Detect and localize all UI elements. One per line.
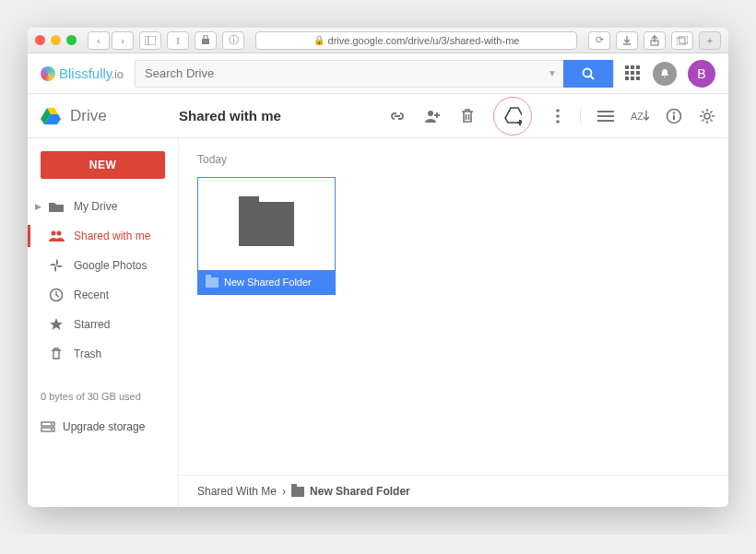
svg-point-25 bbox=[704, 113, 710, 119]
breadcrumb-current[interactable]: New Shared Folder bbox=[310, 485, 410, 498]
sidebar-item-trash[interactable]: Trash bbox=[28, 339, 178, 369]
minimize-window-button[interactable] bbox=[51, 35, 61, 45]
sidebar-item-google-photos[interactable]: Google Photos bbox=[28, 251, 178, 280]
bell-icon bbox=[658, 67, 671, 80]
clock-icon bbox=[48, 287, 65, 303]
sidebar-item-recent[interactable]: Recent bbox=[28, 280, 178, 310]
apps-grid-icon[interactable] bbox=[625, 65, 642, 82]
folder-icon bbox=[239, 202, 294, 246]
svg-point-15 bbox=[556, 109, 560, 112]
svg-point-17 bbox=[556, 120, 560, 124]
account-avatar[interactable]: B bbox=[688, 60, 715, 88]
info-button[interactable]: ⓘ bbox=[222, 31, 244, 50]
search-box[interactable]: ▼ bbox=[135, 60, 614, 88]
sidebar-item-label: Starred bbox=[74, 318, 110, 331]
svg-point-34 bbox=[52, 231, 56, 236]
details-button[interactable] bbox=[666, 108, 682, 124]
svg-rect-6 bbox=[679, 36, 688, 43]
drive-add-icon bbox=[503, 106, 522, 126]
expand-arrow-icon[interactable]: ▶ bbox=[35, 202, 41, 211]
new-button[interactable]: NEW bbox=[41, 151, 165, 179]
drive-logo[interactable]: Drive bbox=[41, 107, 179, 125]
more-vert-icon bbox=[555, 108, 561, 124]
reader-button[interactable]: I bbox=[167, 31, 189, 50]
storage-icon bbox=[41, 421, 55, 432]
section-heading: Today bbox=[197, 153, 710, 166]
folder-item-selected[interactable]: New Shared Folder bbox=[197, 177, 336, 295]
svg-rect-5 bbox=[677, 38, 685, 45]
svg-line-8 bbox=[591, 76, 595, 79]
close-window-button[interactable] bbox=[35, 35, 45, 45]
browser-window: ‹ › I ⓘ 🔒 drive.google.com/drive/u/3/sha… bbox=[28, 28, 728, 507]
back-button[interactable]: ‹ bbox=[88, 31, 110, 50]
add-to-drive-button[interactable] bbox=[503, 107, 522, 125]
photos-icon bbox=[48, 257, 65, 274]
svg-line-32 bbox=[703, 119, 704, 121]
search-button[interactable] bbox=[563, 60, 613, 88]
sidebar-item-label: Shared with me bbox=[74, 230, 150, 242]
breadcrumb-root[interactable]: Shared With Me bbox=[197, 485, 277, 498]
brand-name-1: Blissfully bbox=[59, 65, 112, 81]
address-bar[interactable]: 🔒 drive.google.com/drive/u/3/shared-with… bbox=[255, 31, 577, 50]
sidebar: NEW ▶ My Drive Shared with me Google bbox=[28, 138, 179, 507]
url-text: drive.google.com/drive/u/3/shared-with-m… bbox=[328, 35, 520, 46]
link-icon bbox=[388, 107, 407, 125]
svg-point-23 bbox=[673, 112, 675, 113]
drive-triangle-icon bbox=[41, 107, 61, 125]
app-body: NEW ▶ My Drive Shared with me Google bbox=[28, 138, 728, 507]
zoom-window-button[interactable] bbox=[66, 35, 77, 45]
drive-folder-icon bbox=[48, 198, 65, 215]
brand-name-2: .io bbox=[111, 67, 124, 81]
search-dropdown-caret-icon[interactable]: ▼ bbox=[541, 68, 563, 78]
remove-button[interactable] bbox=[458, 107, 477, 125]
download-button[interactable] bbox=[616, 31, 638, 50]
trash-icon bbox=[48, 346, 65, 362]
upgrade-label: Upgrade storage bbox=[63, 420, 145, 433]
tabs-button[interactable] bbox=[671, 31, 693, 50]
mini-folder-icon bbox=[206, 277, 219, 288]
notifications-button[interactable] bbox=[653, 62, 677, 86]
svg-point-13 bbox=[428, 111, 433, 116]
more-actions-button[interactable] bbox=[549, 107, 567, 125]
sidebar-item-shared-with-me[interactable]: Shared with me bbox=[28, 221, 178, 251]
window-controls bbox=[35, 35, 77, 45]
share-button[interactable] bbox=[644, 31, 666, 50]
sidebar-item-starred[interactable]: Starred bbox=[28, 310, 178, 339]
sidebar-toggle-button[interactable] bbox=[139, 31, 161, 50]
sidebar-item-my-drive[interactable]: ▶ My Drive bbox=[28, 192, 178, 221]
storage-usage: 0 bytes of 30 GB used bbox=[28, 378, 178, 415]
info-icon bbox=[666, 108, 682, 124]
sort-az-icon: AZ bbox=[631, 109, 649, 124]
breadcrumb-folder-icon bbox=[291, 487, 304, 497]
add-people-button[interactable] bbox=[423, 107, 442, 125]
search-input[interactable] bbox=[136, 66, 541, 80]
upgrade-storage-link[interactable]: Upgrade storage bbox=[28, 415, 178, 439]
sidebar-item-label: Google Photos bbox=[74, 259, 147, 272]
header-bar: Blissfully.io ▼ B bbox=[28, 53, 728, 94]
list-icon bbox=[597, 110, 614, 123]
blissfully-logo[interactable]: Blissfully.io bbox=[41, 65, 124, 81]
new-tab-button[interactable]: + bbox=[699, 31, 721, 50]
svg-line-33 bbox=[711, 111, 713, 112]
search-icon bbox=[581, 66, 596, 81]
folder-label-bar: New Shared Folder bbox=[198, 270, 335, 294]
forward-button[interactable]: › bbox=[112, 31, 134, 50]
folder-name: New Shared Folder bbox=[224, 277, 312, 288]
sort-button[interactable]: AZ bbox=[631, 109, 649, 124]
view-controls: AZ bbox=[580, 108, 715, 124]
sidebar-item-label: My Drive bbox=[74, 200, 117, 213]
action-bar: Drive Shared with me bbox=[28, 94, 728, 138]
svg-line-31 bbox=[711, 119, 713, 121]
settings-button[interactable] bbox=[699, 108, 715, 124]
svg-point-35 bbox=[57, 231, 62, 236]
list-view-button[interactable] bbox=[597, 110, 614, 123]
drive-app-name: Drive bbox=[70, 107, 107, 125]
svg-rect-24 bbox=[673, 115, 675, 120]
lock-button[interactable] bbox=[195, 31, 217, 50]
svg-text:AZ: AZ bbox=[631, 111, 644, 122]
get-link-button[interactable] bbox=[388, 107, 407, 125]
reload-button[interactable]: ⟳ bbox=[588, 31, 610, 50]
breadcrumb-sep: › bbox=[282, 485, 286, 498]
selection-actions bbox=[388, 97, 567, 136]
svg-point-41 bbox=[51, 429, 53, 430]
